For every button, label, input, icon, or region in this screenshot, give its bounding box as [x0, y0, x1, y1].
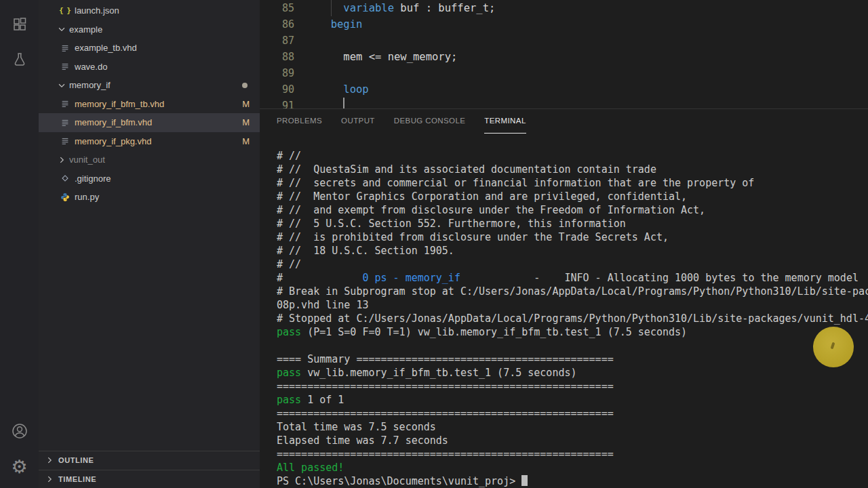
- code-line-87[interactable]: 87: [260, 33, 868, 49]
- activity-bar-bottom: ⚙: [0, 413, 39, 484]
- tree-item-run.py[interactable]: run.py: [39, 188, 260, 207]
- terminal-line: # 0 ps - memory_if - INFO - Allocating 1…: [277, 271, 868, 285]
- tree-item-wave.do[interactable]: wave.do: [39, 58, 260, 77]
- line-number: 86: [260, 16, 294, 33]
- terminal-line: # //: [277, 258, 868, 271]
- chevron-right-icon: [45, 474, 54, 484]
- section-header-timeline[interactable]: TIMELINE: [39, 470, 260, 488]
- code-text: loop: [318, 81, 369, 98]
- chevron-right-icon: [56, 155, 66, 165]
- file-tree: { }launch.jsonexampleexample_tb.vhdwave.…: [39, 0, 260, 207]
- terminal-line: # // is prohibited from disclosure under…: [277, 230, 868, 244]
- file-lines-icon: [60, 99, 70, 109]
- code-line-89[interactable]: 89: [260, 65, 868, 81]
- tree-item-label: example: [69, 24, 102, 35]
- terminal[interactable]: # //# // QuestaSim and its associated do…: [260, 134, 868, 488]
- panel-tab-output[interactable]: OUTPUT: [341, 109, 375, 134]
- code-text: mem <= new_memory;: [318, 49, 457, 65]
- tree-item-example_tb.vhd[interactable]: example_tb.vhd: [39, 39, 260, 58]
- test-flask-icon: [12, 52, 28, 68]
- git-diamond-icon: [60, 174, 70, 184]
- terminal-line: pass 1 of 1: [277, 393, 868, 407]
- terminal-line: # Break in Subprogram stop at C:/Users/J…: [277, 285, 868, 298]
- git-modified-badge: M: [242, 117, 250, 127]
- terminal-cursor: [521, 475, 528, 486]
- account-icon: [11, 422, 28, 440]
- terminal-line: # // secrets and commercial or financial…: [277, 176, 868, 190]
- section-header-outline[interactable]: OUTLINE: [39, 451, 260, 470]
- code-text: [318, 98, 324, 108]
- tree-item-memory_if_bfm_tb.vhd[interactable]: memory_if_bfm_tb.vhdM: [39, 95, 260, 114]
- code-line-90[interactable]: 90 loop: [260, 81, 868, 98]
- code-text: variable buf : buffer_t;: [318, 0, 495, 16]
- chevron-down-icon: [56, 24, 66, 35]
- terminal-line: # // Mentor Graphics Corporation and are…: [277, 190, 868, 203]
- terminal-line: # Stopped at C:/Users/Jonas/AppData/Loca…: [277, 312, 868, 325]
- section-label: TIMELINE: [58, 475, 96, 483]
- code-editor[interactable]: 85 variable buf : buffer_t;86 begin87 88…: [260, 0, 868, 108]
- extensions-icon: [12, 16, 28, 33]
- code-line-85[interactable]: 85 variable buf : buffer_t;: [260, 0, 868, 16]
- tree-item-label: launch.json: [75, 5, 119, 16]
- python-icon: [60, 192, 70, 202]
- git-modified-badge: M: [242, 136, 250, 146]
- tree-item-memory_if[interactable]: memory_if: [39, 76, 260, 95]
- code-line-86[interactable]: 86 begin: [260, 16, 868, 33]
- extensions-button[interactable]: [0, 7, 39, 42]
- activity-bar: ⚙: [0, 0, 39, 488]
- terminal-line: # // QuestaSim and its associated docume…: [277, 163, 868, 176]
- tree-item-label: memory_if_bfm.vhd: [75, 117, 152, 127]
- tree-item-memory_if_bfm.vhd[interactable]: memory_if_bfm.vhdM: [39, 113, 260, 132]
- settings-button[interactable]: ⚙: [0, 449, 39, 484]
- tree-item-label: .gitignore: [75, 174, 111, 184]
- tree-item-memory_if_pkg.vhd[interactable]: memory_if_pkg.vhdM: [39, 132, 260, 151]
- chevron-down-icon: [56, 80, 66, 90]
- test-explorer-button[interactable]: [0, 42, 39, 77]
- active-indent-guide: [343, 98, 344, 108]
- sidebar-sections: OUTLINETIMELINE: [39, 451, 260, 488]
- tree-item-label: memory_if_pkg.vhd: [75, 136, 151, 146]
- terminal-line: ========================================…: [277, 407, 868, 420]
- terminal-line: ========================================…: [277, 447, 868, 461]
- account-button[interactable]: [0, 413, 39, 449]
- code-text: [318, 65, 324, 81]
- tree-item-label: wave.do: [75, 62, 107, 72]
- tree-item-label: vunit_out: [69, 155, 105, 165]
- terminal-line: # //: [277, 149, 868, 163]
- file-lines-icon: [60, 117, 70, 127]
- line-number: 89: [260, 65, 294, 81]
- terminal-line: ==== Summary ===========================…: [277, 352, 868, 366]
- file-lines-icon: [60, 43, 70, 53]
- json-braces-icon: { }: [60, 5, 70, 16]
- panel-tab-debug-console[interactable]: DEBUG CONSOLE: [394, 109, 466, 134]
- terminal-line: ========================================…: [277, 380, 868, 393]
- code-text: [318, 33, 324, 49]
- line-number: 91: [260, 98, 294, 108]
- file-lines-icon: [60, 62, 70, 72]
- line-number: 90: [260, 81, 294, 98]
- tree-item-launch.json[interactable]: { }launch.json: [39, 1, 260, 20]
- modified-contents-dot: [242, 83, 248, 88]
- terminal-line: [277, 339, 868, 352]
- tree-item-.gitignore[interactable]: .gitignore: [39, 169, 260, 188]
- terminal-line: # // and exempt from disclosure under th…: [277, 203, 868, 217]
- vscode-window: ⚙ { }launch.jsonexampleexample_tb.vhdwav…: [0, 0, 868, 488]
- terminal-line: PS C:\Users\Jonas\Documents\vunit_proj>: [277, 474, 868, 488]
- terminal-line: Total time was 7.5 seconds: [277, 420, 868, 434]
- terminal-line: 08p.vhd line 13: [277, 298, 868, 312]
- line-number: 85: [260, 0, 294, 16]
- tree-item-vunit_out[interactable]: vunit_out: [39, 150, 260, 169]
- tree-item-example[interactable]: example: [39, 20, 260, 39]
- section-label: OUTLINE: [58, 456, 94, 464]
- panel-tab-terminal[interactable]: TERMINAL: [484, 109, 526, 134]
- settings-gear-icon: ⚙: [11, 458, 27, 476]
- terminal-line: All passed!: [277, 461, 868, 474]
- line-number: 88: [260, 49, 294, 65]
- code-line-88[interactable]: 88 mem <= new_memory;: [260, 49, 868, 65]
- panel-tab-problems[interactable]: PROBLEMS: [277, 109, 322, 134]
- chevron-right-icon: [45, 455, 54, 465]
- code-line-91[interactable]: 91: [260, 98, 868, 108]
- code-text: begin: [318, 16, 362, 33]
- editor-group: 85 variable buf : buffer_t;86 begin87 88…: [260, 0, 868, 488]
- terminal-line: pass (P=1 S=0 F=0 T=1) vw_lib.memory_if_…: [277, 325, 868, 339]
